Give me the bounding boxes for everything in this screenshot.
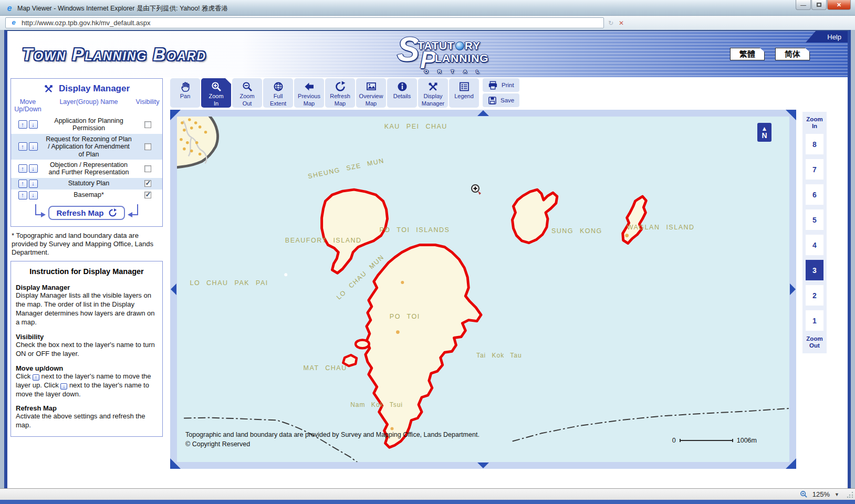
close-button[interactable]: ✕ [827, 0, 851, 10]
minimize-icon: — [800, 2, 806, 8]
url-box[interactable]: e http://www.ozp.tpb.gov.hk/mv_default.a… [5, 17, 604, 28]
traditional-chinese-button[interactable]: 繁體 [730, 48, 765, 60]
save-floppy-icon [488, 96, 497, 105]
visibility-checkbox[interactable] [144, 165, 151, 172]
tool-pan[interactable]: Pan [170, 78, 200, 108]
map-canvas[interactable]: KAU PEI CHAU SHEUNG SZE MUN BEAUFORT ISL… [177, 117, 789, 462]
zoom-level-5[interactable]: 5 [806, 209, 823, 230]
full-extent-globe-icon [273, 81, 284, 92]
pan-south-arrow[interactable] [477, 463, 489, 468]
visibility-checkbox[interactable] [144, 192, 151, 198]
tool-print[interactable]: Print [483, 78, 519, 92]
window-titlebar[interactable]: e Map Viewer - Windows Internet Explorer… [0, 0, 855, 16]
town-planning-board-logo: Town Planning Board [22, 45, 206, 65]
minimize-button[interactable]: — [796, 0, 811, 10]
pan-west-arrow[interactable] [171, 284, 176, 295]
logo-word-portal: O R T A L [424, 69, 483, 74]
tool-overview-map[interactable]: OverviewMap [356, 78, 386, 108]
zoom-in-label[interactable]: Zoom In [805, 116, 824, 129]
map-toolbar: Pan ZoomIn [170, 78, 796, 108]
pan-northeast-arrow[interactable] [786, 110, 796, 120]
move-down-button[interactable]: ↓ [29, 120, 38, 129]
zoom-level-3[interactable]: 3 [806, 260, 823, 280]
visibility-checkbox[interactable] [144, 121, 151, 128]
tool-refresh-map[interactable]: RefreshMap [325, 78, 355, 108]
refresh-page-icon[interactable]: ↻ [608, 19, 613, 27]
tool-save[interactable]: Save [483, 93, 519, 107]
pan-hand-icon [180, 81, 191, 92]
zoom-level-1[interactable]: 1 [806, 310, 823, 331]
stop-icon[interactable]: ✕ [619, 19, 624, 27]
decorative-arrow-left [34, 203, 46, 220]
zoom-dropdown-caret-icon[interactable]: ▼ [835, 492, 839, 497]
zoom-level-2[interactable]: 2 [806, 285, 823, 306]
pan-northwest-arrow[interactable] [170, 110, 181, 120]
page-zoom-level[interactable]: 125% [812, 490, 830, 498]
tool-legend[interactable]: Legend [449, 78, 479, 108]
layer-row: ↑ ↓ Basemap* [11, 190, 162, 201]
pan-east-arrow[interactable] [790, 284, 796, 295]
address-bar: e http://www.ozp.tpb.gov.hk/mv_default.a… [0, 16, 855, 30]
move-up-button[interactable]: ↑ [18, 164, 27, 173]
zoom-level-7[interactable]: 7 [806, 159, 823, 180]
pan-southwest-arrow[interactable] [170, 458, 181, 469]
window-title: Map Viewer - Windows Internet Explorer 是… [17, 4, 228, 13]
map-place-label: PO TOI [390, 313, 420, 320]
pan-southeast-arrow[interactable] [786, 458, 796, 469]
mini-up-arrow-icon: ↑ [33, 374, 39, 381]
tool-details[interactable]: Details [387, 78, 417, 108]
logo-word-planning: LANNING [435, 52, 489, 65]
pan-north-arrow[interactable] [477, 110, 489, 116]
logo-letter-s: S [397, 30, 420, 69]
scale-line [680, 440, 733, 441]
tool-full-extent[interactable]: FullExtent [263, 78, 293, 108]
move-up-button[interactable]: ↑ [18, 191, 27, 200]
rock-feature [284, 273, 287, 276]
zoom-out-label[interactable]: Zoom Out [805, 335, 824, 349]
layer-row: ↑ ↓ Application for Planning Permission [11, 116, 162, 134]
visibility-checkbox[interactable] [144, 143, 151, 150]
tool-zoom-out[interactable]: ZoomOut [232, 78, 262, 108]
tools-icon [427, 81, 439, 92]
header-banner: Town Planning Board S TATUT RY P LANNING… [7, 31, 848, 77]
po-toi-island [366, 245, 481, 448]
display-manager-title: Display Manager [11, 79, 162, 97]
zoom-in-icon [211, 81, 222, 92]
map-place-label: Tai Kok Tau [476, 352, 522, 359]
visibility-checkbox[interactable] [144, 180, 151, 187]
tool-display-manager[interactable]: DisplayManager [418, 78, 448, 108]
tool-zoom-in[interactable]: ZoomIn [201, 78, 231, 108]
window-bottom-frame [0, 500, 855, 504]
zoom-level-8[interactable]: 8 [806, 134, 823, 154]
map-frame: KAU PEI CHAU SHEUNG SZE MUN BEAUFORT ISL… [170, 110, 796, 469]
zoom-level-control: Zoom In 8 7 6 5 4 3 2 1 Zoom Out [802, 77, 827, 353]
map-place-label: MAT CHAU [304, 364, 347, 372]
move-up-button[interactable]: ↑ [18, 180, 27, 188]
layer-row: ↑ ↓ Statutory Plan [11, 178, 162, 190]
zoom-status-icon [800, 490, 808, 498]
zoom-level-6[interactable]: 6 [806, 184, 823, 205]
help-tab[interactable]: Help [806, 31, 848, 43]
tool-previous-map[interactable]: PreviousMap [294, 78, 324, 108]
move-down-button[interactable]: ↓ [29, 142, 38, 151]
page-favicon-icon: e [9, 19, 18, 27]
zoom-level-4[interactable]: 4 [806, 235, 823, 255]
move-down-button[interactable]: ↓ [29, 164, 38, 173]
maximize-button[interactable] [811, 0, 827, 10]
map-place-label: KAU PEI CHAU [384, 123, 447, 130]
globe-o-icon [455, 41, 464, 50]
move-down-button[interactable]: ↓ [29, 180, 38, 188]
move-down-button[interactable]: ↓ [29, 191, 38, 200]
map-place-label: WAGLAN ISLAND [627, 224, 695, 231]
map-place-label: Nam Kok Tsui [350, 401, 403, 408]
resize-grip[interactable] [847, 491, 853, 498]
move-up-button[interactable]: ↑ [18, 120, 27, 129]
refresh-map-button[interactable]: Refresh Map [48, 206, 124, 220]
tools-icon [44, 83, 54, 94]
ie-logo-icon: e [5, 5, 14, 13]
refresh-icon [108, 208, 117, 217]
simplified-chinese-button[interactable]: 简体 [775, 48, 810, 60]
map-place-label: PO TOI ISLANDS [379, 226, 450, 234]
decorative-arrow-right [127, 203, 140, 220]
move-up-button[interactable]: ↑ [18, 142, 27, 151]
